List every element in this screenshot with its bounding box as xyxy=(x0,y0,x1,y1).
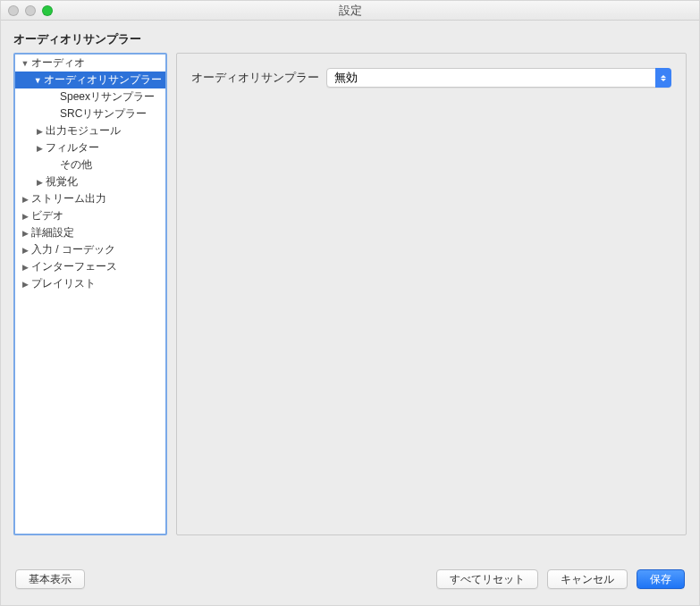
tree-item[interactable]: ▼オーディオリサンプラー xyxy=(15,72,165,88)
tree-item-label: プレイリスト xyxy=(30,276,96,291)
tree-item-label: オーディオ xyxy=(30,55,85,71)
chevron-right-icon: ▶ xyxy=(35,178,44,187)
chevron-right-icon: ▶ xyxy=(21,229,30,238)
chevron-right-icon: ▶ xyxy=(21,212,30,221)
tree-item-label: その他 xyxy=(58,157,92,173)
chevron-updown-icon xyxy=(655,68,671,88)
tree-item-label: Speexリサンプラー xyxy=(58,89,155,105)
tree-item[interactable]: ▶インターフェース xyxy=(15,258,165,275)
chevron-right-icon: ▶ xyxy=(35,144,44,153)
tree-item-label: 視覚化 xyxy=(44,174,78,189)
content-area: ▼オーディオ▼オーディオリサンプラーSpeexリサンプラーSRCリサンプラー▶出… xyxy=(1,53,699,535)
basic-view-button[interactable]: 基本表示 xyxy=(15,569,85,589)
tree-item[interactable]: ▶詳細設定 xyxy=(15,224,165,241)
chevron-right-icon: ▶ xyxy=(21,195,30,204)
chevron-down-icon: ▼ xyxy=(34,76,42,85)
tree-item[interactable]: ▶視覚化 xyxy=(15,173,165,190)
tree-item[interactable]: ▶フィルター xyxy=(15,139,165,156)
tree-item[interactable]: SRCリサンプラー xyxy=(15,105,165,122)
resampler-select-value: 無効 xyxy=(326,68,671,88)
cancel-button[interactable]: キャンセル xyxy=(547,569,628,589)
detail-panel: オーディオリサンプラー 無効 xyxy=(176,53,687,535)
tree-item-label: オーディオリサンプラー xyxy=(42,72,162,88)
tree-item[interactable]: ▶ビデオ xyxy=(15,207,165,224)
tree-item[interactable]: その他 xyxy=(15,156,165,173)
reset-all-button[interactable]: すべてリセット xyxy=(436,569,538,589)
chevron-right-icon: ▶ xyxy=(21,280,30,289)
chevron-right-icon: ▶ xyxy=(21,246,30,255)
tree-item-label: インターフェース xyxy=(30,259,117,274)
tree-item[interactable]: ▶入力 / コーデック xyxy=(15,241,165,258)
tree-item[interactable]: ▶プレイリスト xyxy=(15,275,165,292)
tree-item[interactable]: Speexリサンプラー xyxy=(15,88,165,105)
tree-item-label: フィルター xyxy=(44,140,99,156)
tree-item-label: ビデオ xyxy=(30,208,63,223)
titlebar: 設定 xyxy=(1,1,699,21)
tree-item-label: 入力 / コーデック xyxy=(30,242,115,257)
resampler-label: オーディオリサンプラー xyxy=(191,70,319,86)
tree-item-label: ストリーム出力 xyxy=(30,191,106,206)
resampler-select[interactable]: 無効 xyxy=(326,68,671,88)
tree-item-label: SRCリサンプラー xyxy=(58,106,147,122)
button-bar: 基本表示 すべてリセット キャンセル 保存 xyxy=(1,559,699,605)
chevron-right-icon: ▶ xyxy=(35,127,44,136)
save-button[interactable]: 保存 xyxy=(637,569,685,589)
tree-item[interactable]: ▶出力モジュール xyxy=(15,122,165,139)
window-title: 設定 xyxy=(1,3,699,19)
chevron-down-icon: ▼ xyxy=(21,59,30,68)
chevron-right-icon: ▶ xyxy=(21,263,30,272)
tree: ▼オーディオ▼オーディオリサンプラーSpeexリサンプラーSRCリサンプラー▶出… xyxy=(15,55,165,292)
resampler-row: オーディオリサンプラー 無効 xyxy=(191,68,671,88)
sidebar: ▼オーディオ▼オーディオリサンプラーSpeexリサンプラーSRCリサンプラー▶出… xyxy=(13,53,167,535)
tree-item-label: 詳細設定 xyxy=(30,225,74,240)
tree-item[interactable]: ▶ストリーム出力 xyxy=(15,190,165,207)
tree-item-label: 出力モジュール xyxy=(44,123,121,139)
section-title: オーディオリサンプラー xyxy=(1,21,699,53)
tree-item[interactable]: ▼オーディオ xyxy=(15,55,165,72)
